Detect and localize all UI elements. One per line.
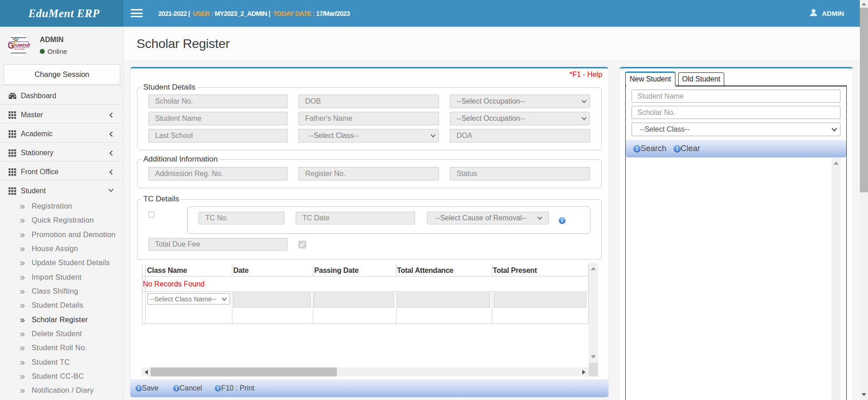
svg-text:DUMENT: DUMENT: [13, 43, 31, 48]
